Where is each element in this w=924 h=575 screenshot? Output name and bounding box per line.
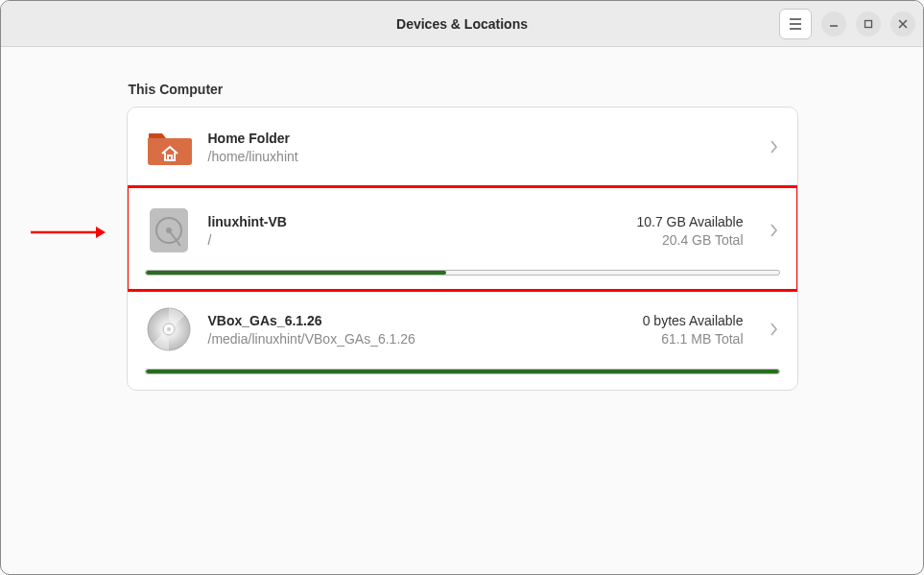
usage-progress-fill xyxy=(146,271,447,275)
locations-card: Home Folder /home/linuxhint xyxy=(127,107,798,391)
home-folder-icon xyxy=(145,123,193,171)
maximize-button[interactable] xyxy=(856,12,881,36)
content-area: This Computer xyxy=(1,47,923,574)
window-title: Devices & Locations xyxy=(396,16,528,32)
row-title: linuxhint-VB xyxy=(208,214,622,229)
usage-progress xyxy=(145,369,780,374)
available-text: 0 bytes Available xyxy=(643,313,744,328)
minimize-button[interactable] xyxy=(821,12,846,36)
svg-rect-0 xyxy=(865,21,872,28)
location-row-home[interactable]: Home Folder /home/linuxhint xyxy=(128,108,797,187)
window-controls xyxy=(779,9,915,39)
chevron-right-icon xyxy=(769,323,780,336)
minimize-icon xyxy=(829,19,839,29)
close-button[interactable] xyxy=(890,12,915,36)
chevron-right-icon xyxy=(769,140,780,154)
maximize-icon xyxy=(864,19,873,29)
usage-progress xyxy=(145,270,780,276)
location-row-media[interactable]: VBox_GAs_6.1.26 /media/linuxhint/VBox_GA… xyxy=(128,290,797,390)
chevron-right-icon xyxy=(769,224,780,237)
available-text: 10.7 GB Available xyxy=(636,214,743,229)
row-title: VBox_GAs_6.1.26 xyxy=(208,313,628,328)
hdd-icon xyxy=(145,206,193,254)
hamburger-menu-button[interactable] xyxy=(779,9,812,39)
close-icon xyxy=(898,19,908,29)
row-subtitle: / xyxy=(208,232,622,248)
titlebar: Devices & Locations xyxy=(1,1,923,47)
total-text: 61.1 MB Total xyxy=(661,331,743,347)
hamburger-icon xyxy=(789,18,802,30)
total-text: 20.4 GB Total xyxy=(662,232,744,248)
location-row-root[interactable]: linuxhint-VB / 10.7 GB Available 20.4 GB… xyxy=(127,185,798,292)
row-subtitle: /media/linuxhint/VBox_GAs_6.1.26 xyxy=(208,331,628,347)
section-title: This Computer xyxy=(127,82,798,97)
svg-point-7 xyxy=(167,327,171,331)
usage-progress-fill xyxy=(146,370,779,373)
row-title: Home Folder xyxy=(208,131,753,146)
disc-icon xyxy=(145,305,193,353)
row-subtitle: /home/linuxhint xyxy=(208,149,753,164)
